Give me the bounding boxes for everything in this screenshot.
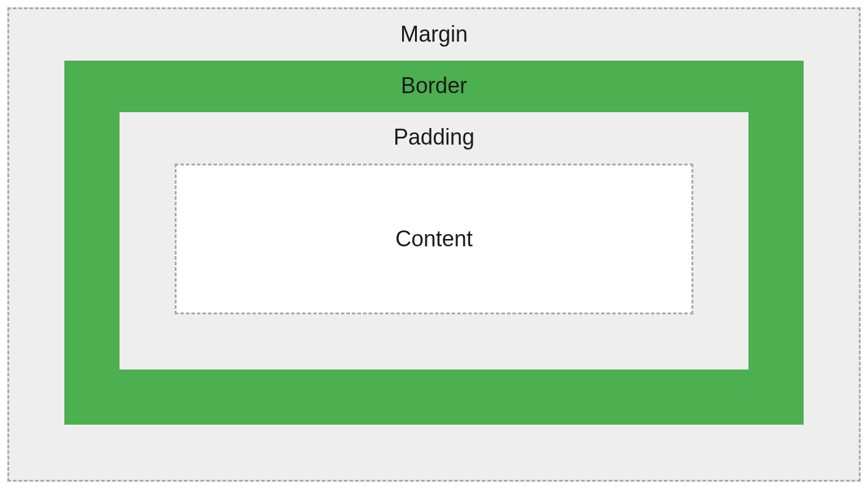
content-label: Content — [395, 222, 473, 256]
margin-box: Margin Border Padding Content — [7, 7, 861, 482]
padding-box: Padding Content — [120, 112, 748, 370]
padding-label: Padding — [394, 121, 474, 154]
content-box: Content — [175, 164, 693, 314]
margin-label: Margin — [400, 18, 468, 51]
border-label: Border — [401, 69, 467, 102]
border-box: Border Padding Content — [64, 61, 804, 425]
